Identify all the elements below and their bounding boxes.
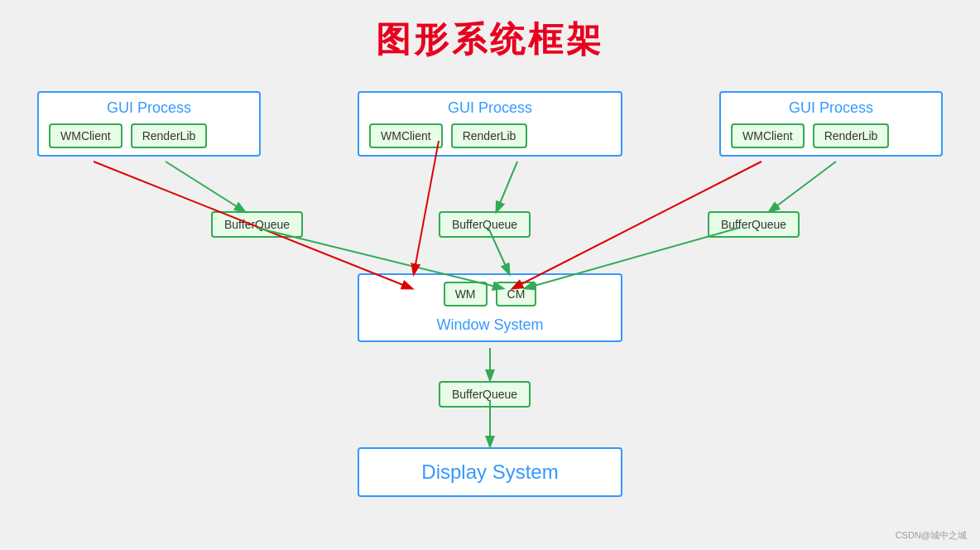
gui-process-right: GUI Process WMClient RenderLib [719,91,943,157]
gui-process-center: GUI Process WMClient RenderLib [358,91,622,157]
render-lib-center: RenderLib [451,123,528,148]
window-system-label: Window System [359,313,621,340]
display-system-label: Display System [359,449,621,495]
wm-client-right: WMClient [731,123,805,148]
wm-box: WM [444,282,488,306]
gui-process-left-inner: WMClient RenderLib [49,123,249,148]
wm-client-left: WMClient [49,123,122,148]
svg-line-0 [166,162,244,211]
gui-process-left: GUI Process WMClient RenderLib [37,91,261,157]
svg-line-7 [770,162,836,211]
gui-process-center-inner: WMClient RenderLib [369,123,611,148]
buffer-queue-left: BufferQueue [211,211,303,238]
window-system-box: WM CM Window System [358,273,622,342]
wm-client-center: WMClient [369,123,443,148]
buffer-queue-right: BufferQueue [708,211,800,238]
render-lib-left: RenderLib [131,123,208,148]
watermark: CSDN@城中之城 [896,529,967,542]
main-container: 图形系统框架 GUI Process WMClient RenderLib GU… [0,0,980,550]
svg-line-4 [497,162,517,211]
buffer-queue-lower: BufferQueue [439,381,531,408]
buffer-queue-center: BufferQueue [439,211,531,238]
gui-process-right-inner: WMClient RenderLib [731,123,931,148]
svg-line-3 [414,141,439,273]
display-system-box: Display System [358,447,622,497]
cm-box: CM [496,282,537,306]
window-system-inner: WM CM [359,275,621,313]
gui-process-left-label: GUI Process [49,99,249,117]
render-lib-right: RenderLib [813,123,890,148]
page-title: 图形系统框架 [376,17,604,63]
gui-process-right-label: GUI Process [731,99,931,117]
gui-process-center-label: GUI Process [369,99,611,117]
